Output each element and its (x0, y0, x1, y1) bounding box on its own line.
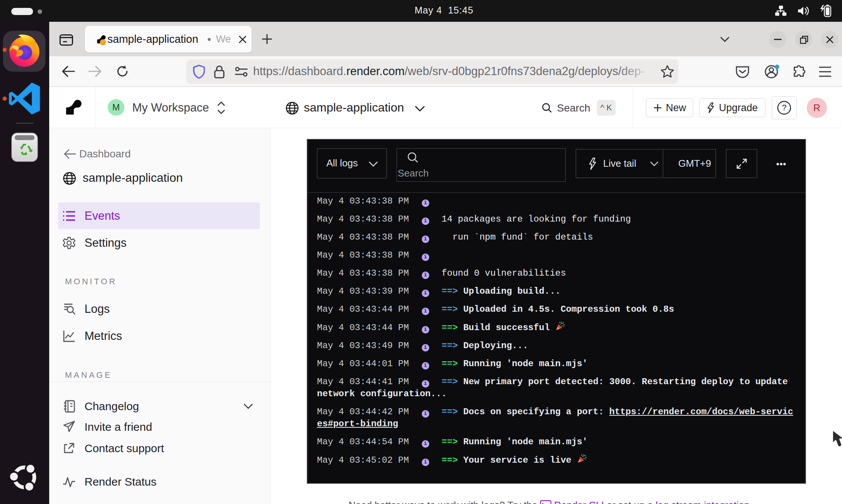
svg-text:?: ? (782, 103, 786, 112)
